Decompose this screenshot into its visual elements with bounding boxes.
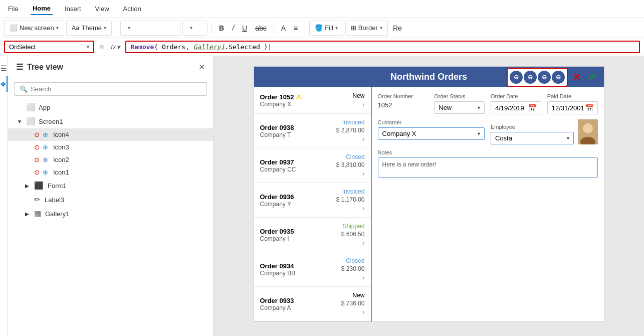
- check-app-button[interactable]: ✓: [586, 70, 600, 84]
- separator4: [305, 22, 305, 34]
- screen-icon: ⬜: [10, 24, 18, 32]
- separator2: [211, 22, 212, 34]
- customer-dropdown[interactable]: Company X ▾: [378, 127, 485, 140]
- border-icon: ⊞: [351, 24, 356, 32]
- reorder-button[interactable]: Re: [390, 21, 405, 36]
- border-button[interactable]: ⊞ Border ▾: [345, 21, 388, 36]
- font-family-dropdown[interactable]: ▾: [120, 21, 180, 36]
- sidebar-close-button[interactable]: ✕: [198, 62, 205, 72]
- header-icons: ⊖ ⊖ ⊖ ⊖ ✕ ✓: [507, 68, 600, 87]
- strikethrough-button[interactable]: abc: [252, 21, 270, 36]
- menu-action[interactable]: Action: [121, 3, 143, 15]
- chevron-right-icon: ›: [362, 135, 365, 143]
- list-item[interactable]: Order 0934 Company BB Closed $ 230.00 ›: [254, 252, 371, 287]
- italic-button[interactable]: /: [229, 21, 237, 36]
- chevron-down-icon: ▾: [478, 131, 480, 136]
- search-input[interactable]: [31, 85, 201, 93]
- font-color-button[interactable]: A: [278, 21, 289, 36]
- chevron-right-icon: ›: [362, 170, 365, 178]
- list-item[interactable]: Order 0936 Company Y Invoiced $ 1,170.00…: [254, 183, 371, 218]
- menu-bar: File Home Insert View Action: [0, 0, 644, 18]
- menu-home[interactable]: Home: [31, 3, 53, 15]
- tree-item-icon1[interactable]: ⊙ ⊕ Icon1: [8, 166, 213, 179]
- layers-icon[interactable]: ❖: [0, 76, 8, 92]
- close-app-button[interactable]: ✕: [570, 70, 584, 84]
- order-date-input[interactable]: 4/19/2019 📅: [491, 101, 541, 114]
- app-icon: ⬜: [26, 103, 36, 112]
- menu-insert[interactable]: Insert: [63, 3, 83, 15]
- icon1-plus: ⊕: [43, 169, 48, 176]
- underline-button[interactable]: U: [239, 21, 250, 36]
- chevron-down-icon: ▾: [190, 25, 192, 31]
- delete-icon-btn-3[interactable]: ⊖: [538, 71, 551, 84]
- detail-panel: Order Number 1052 Order Status New ▾ Ord…: [372, 87, 604, 321]
- fill-button[interactable]: 🪣 Fill ▾: [309, 21, 343, 36]
- canvas-area: Northwind Orders ⊖ ⊖ ⊖ ⊖ ✕ ✓: [213, 56, 644, 336]
- icon2-plus: ⊕: [43, 156, 48, 163]
- list-item[interactable]: Order 0933 Company A New $ 736.00 ›: [254, 287, 371, 321]
- detail-row-3: Notes Here is a new order!: [378, 149, 598, 178]
- chevron-right-icon: ›: [362, 204, 365, 212]
- hamburger-icon[interactable]: ☰: [1, 60, 7, 76]
- search-box: 🔍: [14, 82, 207, 96]
- icon2-red-dot: ⊙: [34, 156, 40, 163]
- bold-button[interactable]: B: [216, 21, 227, 36]
- chevron-right-icon: ›: [362, 273, 365, 281]
- delete-icon-group: ⊖ ⊖ ⊖ ⊖: [507, 68, 568, 87]
- warning-icon: ⚠: [296, 93, 302, 101]
- property-dropdown[interactable]: OnSelect ▾: [4, 41, 94, 53]
- align-button[interactable]: ≡: [291, 21, 301, 36]
- employee-dropdown[interactable]: Costa ▾: [491, 132, 574, 144]
- employee-field: Employee Costa ▾: [491, 119, 598, 144]
- gallery-icon: ▦: [34, 209, 41, 218]
- tree-item-form1[interactable]: ▶ ⬛ Form1: [8, 179, 213, 193]
- list-item[interactable]: Order 0937 Company CC Closed $ 3,810.00 …: [254, 148, 371, 183]
- order-status-dropdown[interactable]: New ▾: [434, 101, 485, 114]
- delete-icon-btn-2[interactable]: ⊖: [524, 71, 537, 84]
- label-icon: ✏: [34, 195, 41, 204]
- delete-icon-btn-1[interactable]: ⊖: [510, 71, 523, 84]
- chevron-right-icon: ›: [362, 239, 365, 247]
- gallery-list: Order 1052 ⚠ Company X New › Order 0938 …: [254, 87, 372, 321]
- paid-date-input[interactable]: 12/31/2001 📅: [547, 101, 598, 114]
- icon4-red-dot: ⊙: [34, 131, 40, 138]
- tree-item-screen1[interactable]: ▼ ⬜ Screen1: [8, 114, 213, 128]
- font-size-dropdown[interactable]: ▾: [182, 21, 207, 36]
- tree-item-icon4[interactable]: ⊙ ⊕ Icon4: [8, 128, 213, 141]
- chevron-down-icon: ▾: [104, 25, 106, 31]
- menu-view[interactable]: View: [93, 3, 111, 15]
- theme-button[interactable]: Aa Theme ▾: [66, 21, 112, 36]
- sidebar: ☰ Tree view ✕ 🔍 ⬜ App ▼ ⬜: [8, 56, 213, 336]
- notes-input[interactable]: Here is a new order!: [378, 157, 598, 178]
- customer-field: Customer Company X ▾: [378, 119, 485, 144]
- hamburger-icon: ☰: [16, 62, 23, 72]
- app-preview: Northwind Orders ⊖ ⊖ ⊖ ⊖ ✕ ✓: [254, 66, 604, 322]
- tree-item-icon3[interactable]: ⊙ ⊕ Icon3: [8, 141, 213, 153]
- list-item[interactable]: Order 1052 ⚠ Company X New ›: [254, 87, 371, 114]
- formula-input[interactable]: Remove( Orders, Gallery1.Selected )|: [125, 41, 640, 53]
- list-item[interactable]: Order 0938 Company T Invoiced $ 2,870.00…: [254, 114, 371, 148]
- calendar-icon: 📅: [585, 104, 593, 112]
- chevron-down-icon: ▾: [380, 25, 382, 31]
- menu-file[interactable]: File: [6, 3, 21, 15]
- search-icon: 🔍: [20, 85, 28, 93]
- order-number-field: Order Number 1052: [378, 93, 428, 114]
- sidebar-header: ☰ Tree view ✕: [8, 56, 213, 78]
- chevron-down-icon: ▾: [567, 135, 569, 141]
- icon4-plus: ⊕: [43, 131, 48, 138]
- list-item[interactable]: Order 0935 Company I Shipped $ 606.50 ›: [254, 218, 371, 252]
- screen-icon: ⬜: [26, 117, 36, 126]
- formula-bar: OnSelect ▾ = fx ▾ Remove( Orders, Galler…: [0, 38, 644, 56]
- detail-row-1: Order Number 1052 Order Status New ▾ Ord…: [378, 93, 598, 114]
- tree-item-label3[interactable]: ✏ Label3: [8, 193, 213, 207]
- delete-icon-btn-4[interactable]: ⊖: [552, 71, 565, 84]
- equals-sign: =: [99, 43, 104, 52]
- new-screen-button[interactable]: ⬜ New screen ▾: [4, 21, 64, 36]
- fx-indicator[interactable]: fx ▾: [111, 43, 120, 51]
- fill-icon: 🪣: [315, 24, 323, 32]
- sidebar-search: 🔍: [8, 78, 213, 100]
- app-header: Northwind Orders ⊖ ⊖ ⊖ ⊖ ✕ ✓: [254, 67, 604, 87]
- tree-item-gallery1[interactable]: ▶ ▦ Gallery1: [8, 207, 213, 221]
- tree-item-icon2[interactable]: ⊙ ⊕ Icon2: [8, 153, 213, 166]
- tree-item-app[interactable]: ⬜ App: [8, 100, 213, 114]
